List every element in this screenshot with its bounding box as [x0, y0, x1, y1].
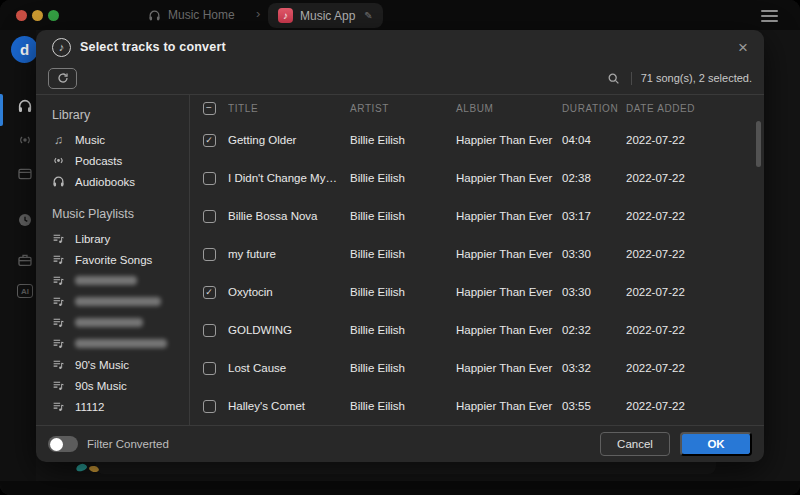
playlist-icon [52, 358, 65, 371]
header-duration[interactable]: DURATION [562, 103, 626, 114]
toggle-knob [50, 438, 63, 451]
cell-artist: Billie Eilish [350, 210, 456, 222]
sidebar-item-11112[interactable]: 11112 [52, 396, 189, 417]
table-row[interactable]: Billie Bossa NovaBillie EilishHappier Th… [190, 197, 764, 235]
sidebar-item-podcasts[interactable]: Podcasts [52, 150, 189, 171]
cell-duration: 03:30 [562, 248, 626, 260]
podcast-nav-icon[interactable] [17, 132, 33, 148]
tab-music-app[interactable]: ♪ Music App ✎ [268, 3, 383, 28]
sidebar-item-label: Music [75, 134, 105, 146]
select-tracks-dialog: ♪ Select tracks to convert × 71 song(s),… [36, 30, 764, 462]
tab-music-home[interactable]: Music Home [148, 0, 235, 30]
cell-album: Happier Than Ever [456, 248, 562, 260]
headphones-icon [148, 9, 161, 22]
cell-date-added: 2022-07-22 [626, 172, 764, 184]
dialog-title: Select tracks to convert [80, 40, 226, 54]
sidebar-item-label-blurred [75, 276, 137, 285]
sidebar-item-music[interactable]: ♫Music [52, 129, 189, 150]
table-row[interactable]: I Didn't Change My Num...Billie EilishHa… [190, 159, 764, 197]
sidebar-item-label: 90's Music [75, 359, 129, 371]
row-checkbox[interactable] [203, 210, 216, 223]
cell-album: Happier Than Ever [456, 286, 562, 298]
traffic-close-button[interactable] [16, 10, 27, 21]
app-logo: d [11, 36, 38, 63]
sidebar-item-label: Favorite Songs [75, 254, 152, 266]
table-row[interactable]: GOLDWINGBillie EilishHappier Than Ever02… [190, 311, 764, 349]
sidebar-item-label-blurred [75, 339, 167, 348]
select-all-checkbox[interactable] [203, 102, 216, 115]
sidebar-item-blurred[interactable] [52, 270, 189, 291]
sidebar-item-favorite-songs[interactable]: Favorite Songs [52, 249, 189, 270]
music-app-icon: ♪ [278, 8, 293, 23]
playlist-icon [52, 232, 65, 245]
filter-converted-toggle[interactable] [48, 436, 78, 452]
cell-duration: 02:38 [562, 172, 626, 184]
cell-album: Happier Than Ever [456, 210, 562, 222]
sidebar-item-90s-music[interactable]: 90s Music [52, 375, 189, 396]
sidebar-item-label: Library [75, 233, 110, 245]
table-row[interactable]: OxytocinBillie EilishHappier Than Ever03… [190, 273, 764, 311]
header-artist[interactable]: ARTIST [350, 103, 456, 114]
refresh-button[interactable] [48, 68, 77, 89]
sidebar-item-label: 11112 [75, 401, 104, 413]
sidebar-item-90-s-music[interactable]: 90's Music [52, 354, 189, 375]
track-table: TITLE ARTIST ALBUM DURATION DATE ADDED G… [190, 95, 764, 425]
ai-tools-icon[interactable]: AI [17, 284, 33, 298]
edit-icon[interactable]: ✎ [364, 10, 372, 21]
cell-title: I Didn't Change My Num... [228, 172, 350, 184]
header-album[interactable]: ALBUM [456, 103, 562, 114]
playlist-icon [52, 295, 65, 308]
row-checkbox[interactable] [203, 362, 216, 375]
traffic-minimize-button[interactable] [32, 10, 43, 21]
ok-button[interactable]: OK [680, 432, 752, 456]
cell-title: Billie Bossa Nova [228, 210, 350, 222]
sidebar-item-blurred[interactable] [52, 312, 189, 333]
sidebar-item-audiobooks[interactable]: Audiobooks [52, 171, 189, 192]
headphones-icon [52, 175, 65, 188]
menu-icon[interactable] [761, 10, 778, 22]
music-nav-headphones-icon[interactable] [17, 98, 33, 114]
cell-title: Getting Older [228, 134, 350, 146]
cell-album: Happier Than Ever [456, 362, 562, 374]
cell-album: Happier Than Ever [456, 134, 562, 146]
cell-artist: Billie Eilish [350, 400, 456, 412]
app-sidebar: d AI [0, 30, 36, 495]
cell-date-added: 2022-07-22 [626, 362, 764, 374]
sidebar-item-blurred[interactable] [52, 291, 189, 312]
tab-home-label: Music Home [168, 8, 235, 22]
cell-duration: 02:32 [562, 324, 626, 336]
row-checkbox[interactable] [203, 248, 216, 261]
cell-date-added: 2022-07-22 [626, 286, 764, 298]
chevron-right-icon: › [256, 6, 260, 21]
dialog-toolbar: 71 song(s), 2 selected. [36, 62, 764, 94]
traffic-zoom-button[interactable] [48, 10, 59, 21]
table-row[interactable]: my futureBillie EilishHappier Than Ever0… [190, 235, 764, 273]
sidebar-item-library[interactable]: Library [52, 228, 189, 249]
cancel-button[interactable]: Cancel [600, 432, 670, 456]
cell-album: Happier Than Ever [456, 172, 562, 184]
playlist-icon [52, 253, 65, 266]
header-date-added[interactable]: DATE ADDED [626, 103, 764, 114]
close-icon[interactable]: × [738, 39, 748, 56]
search-icon[interactable] [607, 72, 620, 85]
tab-active-label: Music App [300, 9, 355, 23]
row-checkbox[interactable] [203, 134, 216, 147]
cell-duration: 03:17 [562, 210, 626, 222]
table-row[interactable]: Lost CauseBillie EilishHappier Than Ever… [190, 349, 764, 387]
history-clock-icon[interactable] [17, 212, 33, 228]
window-bottom-strip [0, 481, 800, 495]
table-row[interactable]: Halley's CometBillie EilishHappier Than … [190, 387, 764, 425]
cell-artist: Billie Eilish [350, 324, 456, 336]
row-checkbox[interactable] [203, 172, 216, 185]
cell-artist: Billie Eilish [350, 248, 456, 260]
video-nav-icon[interactable] [17, 166, 33, 182]
table-row[interactable]: Getting OlderBillie EilishHappier Than E… [190, 121, 764, 159]
row-checkbox[interactable] [203, 286, 216, 299]
scrollbar-thumb[interactable] [756, 121, 761, 167]
cell-artist: Billie Eilish [350, 362, 456, 374]
sidebar-item-blurred[interactable] [52, 333, 189, 354]
toolbox-icon[interactable] [17, 252, 33, 268]
row-checkbox[interactable] [203, 324, 216, 337]
row-checkbox[interactable] [203, 400, 216, 413]
header-title[interactable]: TITLE [228, 103, 350, 114]
